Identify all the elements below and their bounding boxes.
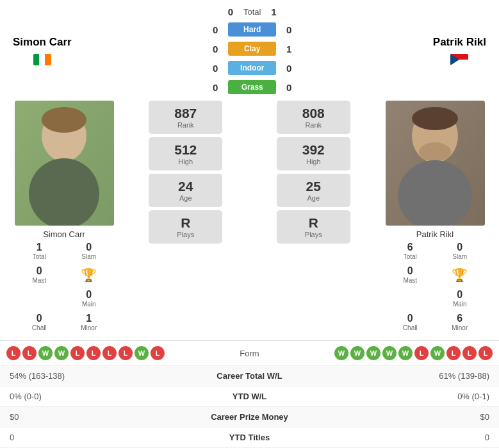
form-badge: W [398,346,413,360]
form-badge: L [70,346,85,360]
right-mast-stat: 0 Mast [386,263,436,286]
indoor-badge: Indoor [228,61,276,75]
form-badge: W [54,346,69,360]
right-main-lbl: Main [453,301,467,308]
left-age-lbl: Age [179,194,192,202]
right-minor-stat: 6 Minor [435,310,485,334]
right-player-name: Patrik Rikl [433,36,486,49]
left-trophy: 🏆 [64,263,114,286]
right-plays-lbl: Plays [305,231,322,238]
form-badge: W [350,346,364,360]
stats-table: 54% (163-138) Career Total W/L 61% (139-… [0,365,499,447]
form-badge: L [6,346,20,360]
stat-right-val: $0 [334,407,499,427]
left-slam-stat: 0 Slam [64,239,114,263]
form-badge: L [414,346,429,360]
comparison-container: Simon Carr 0 Total 1 0 Hard 0 0 [0,0,499,447]
svg-point-9 [412,107,458,130]
left-player-photo [15,101,114,226]
stats-row: $0 Career Prize Money $0 [0,407,499,427]
right-player-header: Patrik Rikl [433,36,486,65]
left-chall-lbl: Chall [32,324,47,331]
total-left-score: 0 [224,6,237,17]
stat-right-val: 0% (0-1) [334,386,499,407]
stats-row: 0% (0-0) YTD W/L 0% (0-1) [0,386,499,407]
indoor-right-score: 0 [282,63,295,74]
right-age-val: 25 [306,179,321,194]
match-scores-center: 0 Total 1 0 Hard 0 0 Clay 1 0 Indoor 0 0 [209,6,295,94]
stat-center-label: YTD Titles [165,427,334,448]
right-total-lbl: Total [404,253,417,260]
center-col: 887 Rank 512 High 24 Age R Plays [122,101,250,244]
right-flag [450,54,468,65]
left-form-badges: LLWWLLLLWL [6,346,165,360]
stat-left-val: 0% (0-0) [0,386,165,407]
stat-right-val: 0 [334,427,499,448]
right-main-stat: 0 Main [435,286,485,310]
right-rank-val: 808 [302,106,325,121]
left-high-card: 512 High [149,137,222,170]
form-badge: W [430,346,445,360]
right-trophy: 🏆 [435,263,485,286]
right-player-col: Patrik Rikl 6 Total 0 Slam 0 Mast 🏆 [377,101,493,334]
right-age-card: 25 Age [277,174,350,207]
form-badge: L [446,346,461,360]
left-player-col: Simon Carr 1 Total 0 Slam 0 Mast 🏆 [6,101,122,334]
left-rank-val: 887 [174,106,197,121]
hard-badge: Hard [228,22,276,37]
left-minor-val: 1 [86,313,92,324]
hard-right-score: 0 [282,24,295,35]
grass-score-row: 0 Grass 0 [209,80,295,94]
form-badge: L [102,346,117,360]
left-player-header: Simon Carr [13,36,72,65]
left-stats-grid: 1 Total 0 Slam 0 Mast 🏆 0 Main [15,239,114,334]
clay-left-score: 0 [209,44,222,54]
hard-score-row: 0 Hard 0 [209,22,295,37]
left-mast-stat: 0 Mast [15,263,65,286]
form-badge: L [151,346,165,360]
stat-right-val: 61% (139-88) [334,366,499,386]
form-badge: W [334,346,348,360]
form-badge: L [22,346,37,360]
stats-row: 54% (163-138) Career Total W/L 61% (139-… [0,366,499,386]
header-row: Simon Carr 0 Total 1 0 Hard 0 0 [0,0,499,94]
left-mast-lbl: Mast [32,277,46,284]
form-badge: W [366,346,380,360]
svg-point-11 [419,142,451,162]
left-flag [33,54,51,65]
right-mast-lbl: Mast [403,277,417,284]
right-total-stat: 6 Total [386,239,436,263]
stat-center-label: Career Total W/L [165,366,334,386]
left-player-name: Simon Carr [13,36,72,49]
clay-badge: Clay [228,42,276,56]
stat-left-val: $0 [0,407,165,427]
form-badge: W [38,346,53,360]
total-score-row: 0 Total 1 [224,6,280,17]
form-section: LLWWLLLLWL Form WWWWWLWLLL [0,340,499,365]
form-badge: W [135,346,149,360]
grass-left-score: 0 [209,82,222,93]
right-chall-lbl: Chall [403,324,418,331]
stat-center-label: YTD W/L [165,386,334,407]
stat-center-label: Career Prize Money [165,407,334,427]
indoor-score-row: 0 Indoor 0 [209,61,295,75]
grass-right-score: 0 [282,82,295,93]
left-slam-val: 0 [86,242,92,253]
left-minor-stat: 1 Minor [64,310,114,334]
right-chall-stat: 0 Chall [386,310,436,334]
left-minor-lbl: Minor [81,324,97,331]
right-high-lbl: High [306,158,321,165]
right-minor-val: 6 [457,313,462,324]
left-player-label: Simon Carr [43,229,85,239]
left-plays-val: R [181,215,190,231]
form-badge: L [86,346,101,360]
form-badge: L [119,346,133,360]
left-chall-val: 0 [37,313,42,324]
stat-left-val: 0 [0,427,165,448]
total-label: Total [243,7,261,17]
right-center-col: 808 Rank 392 High 25 Age R Plays [250,101,378,244]
indoor-left-score: 0 [209,63,222,74]
total-right-score: 1 [267,6,280,17]
left-plays-card: R Plays [149,210,222,244]
right-slam-lbl: Slam [452,253,467,260]
